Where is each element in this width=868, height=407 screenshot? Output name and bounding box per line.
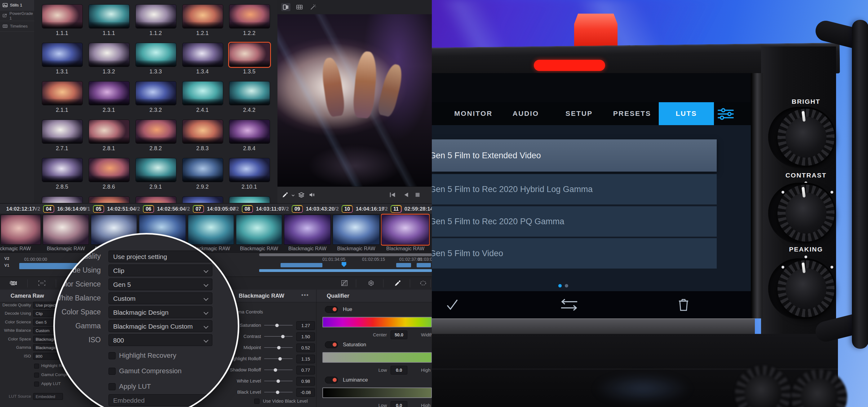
slider-knob[interactable] (276, 391, 279, 394)
lut-item-gen-5-film-to-extended-video[interactable]: Gen 5 Film to Extended Video (432, 139, 717, 172)
gallery-still-2-3-2[interactable]: 2.3.2 (135, 81, 176, 113)
gallery-still-1-3-1[interactable]: 1.3.1 (42, 43, 82, 75)
timeline-clip-1[interactable]: Blackmagic RAW (0, 214, 41, 252)
tab-monitor[interactable]: MONITOR (448, 102, 498, 125)
white-level-slider[interactable] (264, 378, 292, 384)
skip-start-button[interactable] (389, 192, 396, 200)
gallery-still-2-3-1[interactable]: 2.3.1 (89, 81, 129, 113)
gallery-still-2-7-1[interactable]: 2.7.1 (42, 120, 82, 152)
gallery-still-2-1-1[interactable]: 2.1.1 (42, 81, 82, 113)
saturation-slider[interactable] (264, 322, 292, 328)
saturation-value[interactable]: 1.27 (297, 321, 315, 330)
pagination-dot-1[interactable] (558, 284, 562, 287)
trash-button[interactable] (677, 297, 690, 313)
magnified-iso-dropdown[interactable]: 800 (108, 334, 212, 346)
highlight-rolloff-slider[interactable] (264, 355, 292, 362)
braw-camera-palette-button[interactable] (9, 279, 18, 287)
swap-arrows-button[interactable] (559, 297, 579, 313)
warper-palette-button[interactable] (367, 279, 376, 287)
black-level-slider[interactable] (264, 389, 292, 395)
gallery-still-2-9-2[interactable]: 2.9.2 (182, 158, 223, 190)
timeline-clip-2[interactable]: Blackmagic RAW (42, 214, 90, 252)
gallery-still-partial[interactable] (89, 196, 129, 203)
magnified-decode-quality-dropdown[interactable]: Use project setting (108, 250, 212, 262)
magnified-color-space-dropdown[interactable]: Blackmagic Design (108, 306, 212, 318)
qualifier-center-value[interactable]: 50.0 (391, 331, 407, 339)
album-button[interactable] (281, 3, 290, 11)
lut-item-gen-5-film-to-rec-2020-hybrid-log-gamma[interactable]: Gen 5 Film to Rec 2020 Hybrid Log Gamma (432, 174, 717, 204)
magnified-apply-lut-checkbox[interactable] (108, 383, 116, 390)
gallery-still-2-8-3[interactable]: 2.8.3 (182, 120, 223, 152)
black-level-value[interactable]: -0.08 (297, 388, 315, 397)
gallery-still-2-4-1[interactable]: 2.4.1 (182, 81, 223, 113)
lut-item-gen-5-film-to-video[interactable]: Gen 5 Film to Video (432, 238, 717, 269)
gallery-still-1-3-5[interactable]: 1.3.5 (229, 43, 269, 75)
slider-knob[interactable] (281, 335, 285, 338)
slider-knob[interactable] (277, 346, 281, 349)
timeline-clip-6[interactable]: Blackmagic RAW (235, 214, 283, 252)
bright-knob[interactable] (777, 109, 835, 166)
gallery-still-1-3-2[interactable]: 1.3.2 (89, 43, 129, 75)
luminance-range-bar[interactable] (322, 387, 432, 398)
slider-knob[interactable] (277, 379, 280, 383)
eyedropper-button[interactable] (282, 192, 289, 200)
slider-knob[interactable] (274, 368, 277, 372)
tab-audio[interactable]: AUDIO (501, 102, 551, 125)
hue-toggle[interactable] (325, 306, 338, 313)
magnified-gamma-dropdown[interactable]: Blackmagic Design Custom (108, 320, 212, 332)
gallery-still-1-1-1[interactable]: 1.1.1 (42, 4, 82, 37)
saturation-toggle[interactable] (325, 341, 338, 348)
contrast-knob[interactable] (777, 184, 835, 242)
gallery-still-partial[interactable] (135, 196, 176, 203)
playhead-marker[interactable] (342, 262, 346, 267)
gallery-still-partial[interactable] (229, 196, 269, 203)
qualifier-low-value[interactable]: 0.0 (391, 401, 407, 407)
gallery-still-2-4-2[interactable]: 2.4.2 (229, 81, 269, 113)
slider-knob[interactable] (278, 357, 282, 361)
shadow-rolloff-slider[interactable] (264, 367, 292, 373)
gallery-still-partial[interactable] (42, 196, 82, 203)
pagination-dot-2[interactable] (565, 284, 568, 287)
layers-button[interactable] (298, 192, 305, 200)
gallery-still-2-9-1[interactable]: 2.9.1 (135, 158, 176, 190)
qualifier-low-value[interactable]: 0.0 (391, 366, 407, 374)
magnified-gamut-compression-checkbox[interactable] (108, 368, 116, 375)
chevron-down-button[interactable] (291, 193, 295, 199)
magnified-white-balance-dropdown[interactable]: Custom (108, 293, 212, 304)
magnified-decode-using-dropdown[interactable]: Clip (108, 265, 212, 276)
gallery-still-2-8-5[interactable]: 2.8.5 (42, 158, 82, 190)
hue-range-bar[interactable] (322, 317, 432, 328)
magic-wand-button[interactable] (308, 3, 318, 11)
highlight-rolloff-value[interactable]: 1.15 (297, 355, 315, 363)
grid-view-button[interactable] (295, 3, 304, 11)
lut-item-gen-5-film-to-rec-2020-pq-gamma[interactable]: Gen 5 Film to Rec 2020 PQ Gamma (432, 206, 717, 237)
gallery-still-2-8-2[interactable]: 2.8.2 (135, 120, 176, 152)
slider-knob[interactable] (275, 324, 279, 327)
gallery-still-1-3-3[interactable]: 1.3.3 (135, 43, 176, 75)
white-level-value[interactable]: 0.98 (297, 377, 315, 386)
timeline-clip-9[interactable]: Blackmagic RAW (381, 214, 430, 252)
eyedropper-palette-button[interactable] (394, 279, 402, 287)
magnified-color-science-dropdown[interactable]: Gen 5 (108, 278, 212, 290)
timeline-clip-7[interactable]: Blackmagic RAW (283, 214, 331, 252)
gallery-still-1-1-1[interactable]: 1.1.1 (89, 4, 129, 37)
gallery-still-2-8-4[interactable]: 2.8.4 (229, 120, 269, 152)
stop-button[interactable] (414, 192, 421, 200)
gallery-still-2-8-1[interactable]: 2.8.1 (89, 120, 129, 152)
contrast-value[interactable]: 1.50 (297, 332, 315, 341)
tab-settings-button[interactable] (717, 108, 734, 120)
tab-luts[interactable]: LUTS (659, 102, 714, 125)
contrast-slider[interactable] (264, 333, 292, 339)
gallery-still-1-2-2[interactable]: 1.2.2 (229, 4, 269, 37)
checkmark-button[interactable] (445, 297, 460, 313)
tab-setup[interactable]: SETUP (554, 102, 604, 125)
shadow-rolloff-value[interactable]: 0.77 (297, 366, 315, 374)
saturation-range-bar[interactable] (322, 352, 432, 363)
sidebar-item-stills-1[interactable]: Stills 1 (0, 0, 34, 10)
midpoint-value[interactable]: 0.52 (297, 343, 315, 352)
sidebar-item-powergrade-1[interactable]: PowerGrade 1 (0, 10, 34, 21)
play-reverse-button[interactable] (403, 192, 409, 200)
magnified-highlight-recovery-checkbox[interactable] (108, 352, 116, 359)
midpoint-slider[interactable] (264, 344, 292, 351)
gallery-still-partial[interactable] (182, 196, 223, 203)
